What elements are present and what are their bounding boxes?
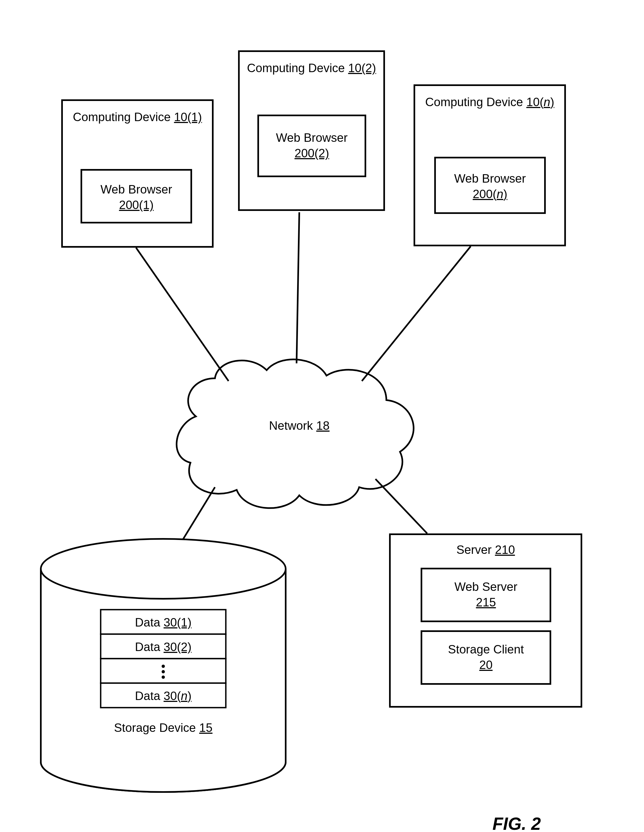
- device1-title: Computing Device 10(1): [63, 109, 212, 125]
- computing-device-2: Computing Device 10(2) Web Browser 200(2…: [238, 50, 385, 211]
- storage-client-ref: 20: [479, 658, 493, 671]
- computing-device-n: Computing Device 10(n) Web Browser 200(n…: [414, 84, 566, 246]
- server-title: Server 210: [391, 542, 581, 557]
- devicen-title: Computing Device 10(n): [415, 94, 564, 110]
- web-browser-1: Web Browser 200(1): [80, 169, 192, 224]
- server-box: Server 210 Web Server 215 Storage Client…: [389, 533, 582, 708]
- svg-point-7: [161, 670, 165, 673]
- web-browser-n-label: Web Browser: [436, 171, 544, 186]
- svg-point-6: [161, 665, 165, 668]
- figure-label: FIG. 2: [492, 814, 541, 832]
- computing-device-1: Computing Device 10(1) Web Browser 200(1…: [61, 99, 214, 248]
- connector-network-server: [376, 479, 427, 533]
- data-row-2: Data 30(2): [101, 639, 226, 654]
- storage-client-box: Storage Client 20: [420, 630, 551, 685]
- data-row-n: Data 30(n): [101, 688, 226, 704]
- connector-device1-network: [136, 248, 229, 381]
- diagram-canvas: Network 18 Computing Device 10(1) Web Br…: [0, 0, 644, 832]
- web-browser-2: Web Browser 200(2): [257, 115, 366, 177]
- web-browser-n: Web Browser 200(n): [434, 157, 546, 214]
- network-label: Network 18: [264, 418, 335, 433]
- data-row-1: Data 30(1): [101, 614, 226, 630]
- web-browser-1-label: Web Browser: [82, 182, 190, 197]
- storage-device-label: Storage Device 15: [81, 720, 245, 735]
- connector-device3-network: [362, 246, 471, 381]
- web-server-box: Web Server 215: [420, 568, 551, 622]
- network-cloud: [177, 360, 414, 508]
- web-browser-2-ref: 200(2): [294, 146, 329, 160]
- svg-point-8: [161, 675, 165, 679]
- web-server-label: Web Server: [422, 579, 550, 594]
- device2-title: Computing Device 10(2): [240, 60, 384, 76]
- connector-device2-network: [297, 212, 299, 363]
- web-browser-1-ref: 200(1): [119, 198, 153, 211]
- storage-client-label: Storage Client: [422, 642, 550, 657]
- web-server-ref: 215: [476, 595, 496, 609]
- web-browser-2-label: Web Browser: [259, 130, 364, 146]
